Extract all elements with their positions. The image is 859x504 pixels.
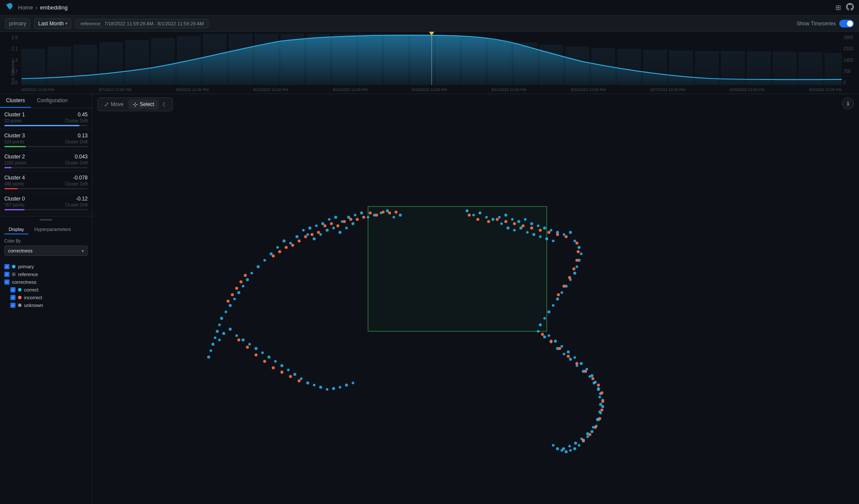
svg-point-81 (362, 216, 365, 219)
legend-checkbox-reference[interactable]: ✓ (4, 272, 9, 277)
svg-point-51 (354, 214, 356, 216)
svg-point-97 (214, 337, 217, 339)
svg-point-67 (272, 255, 275, 258)
y-left-labels: 2.8 2.1 1.4 0.7 0 (0, 32, 19, 85)
tab-configuration[interactable]: Configuration (31, 94, 73, 108)
svg-point-194 (557, 293, 560, 296)
cluster-points: 486 points (4, 182, 24, 186)
legend-item-reference[interactable]: ✓ reference (4, 270, 88, 278)
scatter-plot[interactable] (92, 94, 859, 504)
svg-point-39 (276, 246, 279, 249)
legend-dot-incorrect (18, 296, 21, 299)
svg-point-70 (291, 244, 294, 247)
svg-point-37 (263, 259, 266, 261)
svg-point-242 (580, 362, 583, 365)
svg-point-46 (321, 222, 324, 225)
svg-point-118 (306, 381, 309, 384)
legend-checkbox-unknown[interactable]: ✓ (10, 303, 15, 308)
breadcrumb: Home › embedding (18, 4, 67, 11)
svg-point-208 (601, 405, 604, 408)
svg-point-80 (356, 218, 359, 221)
svg-point-110 (254, 347, 257, 350)
svg-point-231 (601, 400, 604, 403)
legend-item-correct[interactable]: ✓ correct (4, 286, 88, 294)
svg-point-172 (556, 233, 559, 236)
svg-point-91 (233, 298, 236, 300)
info-button[interactable]: ℹ (842, 97, 854, 109)
svg-point-78 (343, 220, 346, 223)
legend-checkbox-correctness[interactable]: ✓ (4, 279, 9, 285)
x-axis-labels: 8/5/2022 12:00 PM 8/7/2022 12:00 PM 8/9/… (21, 86, 842, 94)
svg-point-131 (263, 360, 266, 363)
legend-item-incorrect[interactable]: ✓ incorrect (4, 294, 88, 301)
svg-point-134 (289, 375, 292, 378)
grid-icon[interactable]: ⊞ (835, 3, 841, 12)
tool-moon[interactable]: ☾ (159, 100, 171, 109)
tab-display[interactable]: Display (4, 225, 28, 234)
svg-point-139 (485, 216, 488, 219)
main-toolbar: primary Last Month ▾ reference 7/18/2022… (0, 15, 859, 32)
tool-select[interactable]: ⊹ Select (128, 99, 158, 109)
color-by-select[interactable]: correctness ▾ (4, 246, 88, 256)
svg-rect-35 (368, 206, 547, 331)
svg-point-156 (520, 227, 523, 230)
tab-clusters[interactable]: Clusters (0, 94, 31, 108)
period-select[interactable]: Last Month ▾ (34, 18, 71, 29)
display-tabs: Display Hyperparameters (0, 222, 92, 234)
cluster-item[interactable]: Cluster 2 0.043 1181 points Cluster Drif… (0, 150, 92, 171)
legend-label-reference: reference (18, 272, 38, 277)
timeseries-toggle[interactable] (839, 20, 854, 27)
svg-point-147 (537, 225, 539, 227)
legend-dot-primary (12, 265, 15, 268)
scatter-canvas[interactable]: ⤢ Move ⊹ Select ☾ ℹ (92, 94, 859, 504)
svg-point-145 (524, 218, 526, 221)
svg-point-93 (225, 311, 227, 313)
legend-group-correctness[interactable]: ✓ correctness (4, 278, 88, 286)
svg-point-182 (560, 291, 563, 294)
legend-item-unknown[interactable]: ✓ unknown (4, 301, 88, 309)
svg-point-77 (336, 225, 339, 228)
svg-point-101 (244, 274, 247, 277)
tool-move[interactable]: ⤢ Move (100, 99, 128, 109)
svg-point-151 (562, 233, 565, 236)
svg-point-146 (530, 222, 533, 225)
svg-point-246 (597, 388, 600, 391)
svg-point-195 (537, 330, 539, 333)
svg-point-60 (313, 237, 316, 240)
cluster-item[interactable]: Cluster 3 0.13 524 points Cluster Drift (0, 129, 92, 150)
move-icon: ⤢ (104, 101, 109, 108)
svg-point-62 (326, 229, 329, 232)
main-layout: Clusters Configuration Cluster 1 0.45 33… (0, 94, 859, 504)
legend-item-primary[interactable]: ✓ primary (4, 263, 88, 270)
legend-checkbox-incorrect[interactable]: ✓ (10, 295, 15, 300)
legend-group-label: correctness (12, 279, 37, 285)
svg-point-133 (280, 370, 283, 373)
legend-checkbox-primary[interactable]: ✓ (4, 264, 9, 269)
resize-handle[interactable] (40, 219, 52, 221)
svg-point-165 (496, 218, 499, 221)
cluster-drift-value: 0.043 (75, 154, 88, 160)
svg-point-238 (554, 340, 557, 343)
timeseries-chart[interactable]: Euc. Distance 2.8 2.1 1.4 0.7 0 2800 210… (0, 32, 859, 94)
svg-point-136 (465, 209, 468, 213)
legend-checkbox-correct[interactable]: ✓ (10, 287, 15, 292)
svg-point-103 (235, 287, 238, 290)
legend-dot-unknown (18, 304, 21, 307)
top-nav: Home › embedding ⊞ (0, 0, 859, 15)
svg-point-71 (298, 240, 301, 243)
svg-point-140 (492, 218, 495, 221)
svg-point-95 (218, 324, 221, 326)
svg-point-162 (468, 214, 471, 217)
github-icon[interactable] (846, 3, 854, 12)
cluster-item[interactable]: Cluster 4 -0.078 486 points Cluster Drif… (0, 171, 92, 192)
cluster-item[interactable]: Cluster 1 0.45 33 points Cluster Drift (0, 108, 92, 129)
app-logo (5, 2, 15, 13)
tab-hyperparameters[interactable]: Hyperparameters (30, 225, 75, 234)
legend-dot-correct (18, 288, 21, 291)
svg-point-143 (511, 218, 514, 221)
nav-home[interactable]: Home (18, 4, 33, 11)
cluster-item[interactable]: Cluster 0 -0.12 767 points Cluster Drift (0, 192, 92, 213)
svg-point-249 (599, 410, 601, 413)
svg-point-52 (360, 212, 363, 215)
chart-canvas[interactable] (21, 32, 842, 85)
